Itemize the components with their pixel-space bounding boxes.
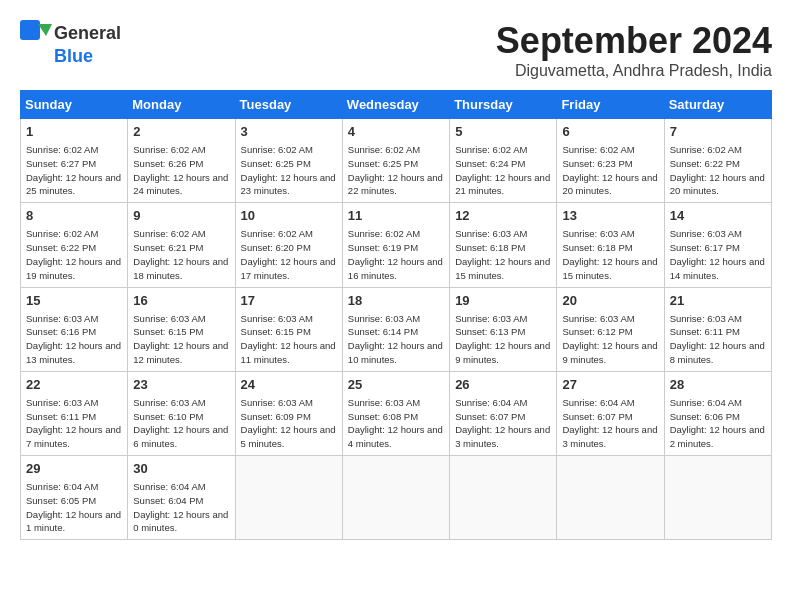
day-number: 6 (562, 123, 658, 141)
weekday-header: Tuesday (235, 91, 342, 119)
weekday-header-row: SundayMondayTuesdayWednesdayThursdayFrid… (21, 91, 772, 119)
day-info: Sunrise: 6:02 AMSunset: 6:25 PMDaylight:… (241, 143, 337, 198)
day-number: 3 (241, 123, 337, 141)
day-number: 28 (670, 376, 766, 394)
month-title: September 2024 (496, 20, 772, 62)
day-info: Sunrise: 6:03 AMSunset: 6:18 PMDaylight:… (562, 227, 658, 282)
svg-rect-0 (20, 20, 40, 40)
day-info: Sunrise: 6:03 AMSunset: 6:13 PMDaylight:… (455, 312, 551, 367)
calendar-day-cell: 12Sunrise: 6:03 AMSunset: 6:18 PMDayligh… (450, 203, 557, 287)
calendar-day-cell: 29Sunrise: 6:04 AMSunset: 6:05 PMDayligh… (21, 456, 128, 540)
day-info: Sunrise: 6:04 AMSunset: 6:07 PMDaylight:… (562, 396, 658, 451)
calendar-day-cell: 9Sunrise: 6:02 AMSunset: 6:21 PMDaylight… (128, 203, 235, 287)
weekday-header: Sunday (21, 91, 128, 119)
day-number: 15 (26, 292, 122, 310)
calendar-day-cell: 13Sunrise: 6:03 AMSunset: 6:18 PMDayligh… (557, 203, 664, 287)
calendar-day-cell: 21Sunrise: 6:03 AMSunset: 6:11 PMDayligh… (664, 287, 771, 371)
day-number: 1 (26, 123, 122, 141)
day-number: 7 (670, 123, 766, 141)
calendar-day-cell: 28Sunrise: 6:04 AMSunset: 6:06 PMDayligh… (664, 371, 771, 455)
svg-marker-1 (38, 24, 52, 36)
day-number: 10 (241, 207, 337, 225)
day-number: 13 (562, 207, 658, 225)
day-number: 12 (455, 207, 551, 225)
weekday-header: Wednesday (342, 91, 449, 119)
calendar-week-row: 8Sunrise: 6:02 AMSunset: 6:22 PMDaylight… (21, 203, 772, 287)
calendar-day-cell: 26Sunrise: 6:04 AMSunset: 6:07 PMDayligh… (450, 371, 557, 455)
calendar-day-cell: 23Sunrise: 6:03 AMSunset: 6:10 PMDayligh… (128, 371, 235, 455)
calendar-day-cell: 11Sunrise: 6:02 AMSunset: 6:19 PMDayligh… (342, 203, 449, 287)
calendar-day-cell: 27Sunrise: 6:04 AMSunset: 6:07 PMDayligh… (557, 371, 664, 455)
day-number: 9 (133, 207, 229, 225)
day-info: Sunrise: 6:04 AMSunset: 6:04 PMDaylight:… (133, 480, 229, 535)
day-info: Sunrise: 6:02 AMSunset: 6:23 PMDaylight:… (562, 143, 658, 198)
calendar-day-cell (664, 456, 771, 540)
calendar-table: SundayMondayTuesdayWednesdayThursdayFrid… (20, 90, 772, 540)
weekday-header: Saturday (664, 91, 771, 119)
page-header: General Blue September 2024 Diguvametta,… (20, 20, 772, 80)
weekday-header: Friday (557, 91, 664, 119)
day-number: 27 (562, 376, 658, 394)
calendar-week-row: 29Sunrise: 6:04 AMSunset: 6:05 PMDayligh… (21, 456, 772, 540)
day-info: Sunrise: 6:02 AMSunset: 6:20 PMDaylight:… (241, 227, 337, 282)
calendar-day-cell: 16Sunrise: 6:03 AMSunset: 6:15 PMDayligh… (128, 287, 235, 371)
day-number: 25 (348, 376, 444, 394)
day-number: 26 (455, 376, 551, 394)
day-number: 24 (241, 376, 337, 394)
day-info: Sunrise: 6:03 AMSunset: 6:11 PMDaylight:… (26, 396, 122, 451)
calendar-day-cell: 8Sunrise: 6:02 AMSunset: 6:22 PMDaylight… (21, 203, 128, 287)
calendar-day-cell: 7Sunrise: 6:02 AMSunset: 6:22 PMDaylight… (664, 119, 771, 203)
logo-blue: Blue (54, 46, 93, 67)
calendar-day-cell: 18Sunrise: 6:03 AMSunset: 6:14 PMDayligh… (342, 287, 449, 371)
calendar-day-cell: 24Sunrise: 6:03 AMSunset: 6:09 PMDayligh… (235, 371, 342, 455)
day-info: Sunrise: 6:02 AMSunset: 6:22 PMDaylight:… (670, 143, 766, 198)
calendar-day-cell (450, 456, 557, 540)
calendar-week-row: 15Sunrise: 6:03 AMSunset: 6:16 PMDayligh… (21, 287, 772, 371)
day-info: Sunrise: 6:03 AMSunset: 6:09 PMDaylight:… (241, 396, 337, 451)
day-number: 14 (670, 207, 766, 225)
day-info: Sunrise: 6:03 AMSunset: 6:15 PMDaylight:… (133, 312, 229, 367)
calendar-day-cell: 25Sunrise: 6:03 AMSunset: 6:08 PMDayligh… (342, 371, 449, 455)
day-info: Sunrise: 6:02 AMSunset: 6:19 PMDaylight:… (348, 227, 444, 282)
weekday-header: Monday (128, 91, 235, 119)
calendar-day-cell: 1Sunrise: 6:02 AMSunset: 6:27 PMDaylight… (21, 119, 128, 203)
day-info: Sunrise: 6:03 AMSunset: 6:08 PMDaylight:… (348, 396, 444, 451)
logo-icon (20, 20, 52, 46)
calendar-day-cell: 4Sunrise: 6:02 AMSunset: 6:25 PMDaylight… (342, 119, 449, 203)
day-info: Sunrise: 6:02 AMSunset: 6:26 PMDaylight:… (133, 143, 229, 198)
weekday-header: Thursday (450, 91, 557, 119)
day-number: 8 (26, 207, 122, 225)
day-info: Sunrise: 6:03 AMSunset: 6:16 PMDaylight:… (26, 312, 122, 367)
day-info: Sunrise: 6:02 AMSunset: 6:22 PMDaylight:… (26, 227, 122, 282)
calendar-day-cell (557, 456, 664, 540)
day-info: Sunrise: 6:03 AMSunset: 6:17 PMDaylight:… (670, 227, 766, 282)
calendar-week-row: 22Sunrise: 6:03 AMSunset: 6:11 PMDayligh… (21, 371, 772, 455)
calendar-day-cell (235, 456, 342, 540)
calendar-day-cell: 3Sunrise: 6:02 AMSunset: 6:25 PMDaylight… (235, 119, 342, 203)
day-number: 2 (133, 123, 229, 141)
day-info: Sunrise: 6:02 AMSunset: 6:24 PMDaylight:… (455, 143, 551, 198)
day-info: Sunrise: 6:03 AMSunset: 6:12 PMDaylight:… (562, 312, 658, 367)
day-number: 16 (133, 292, 229, 310)
calendar-day-cell: 30Sunrise: 6:04 AMSunset: 6:04 PMDayligh… (128, 456, 235, 540)
title-section: September 2024 Diguvametta, Andhra Prade… (496, 20, 772, 80)
day-number: 30 (133, 460, 229, 478)
day-number: 22 (26, 376, 122, 394)
calendar-day-cell: 14Sunrise: 6:03 AMSunset: 6:17 PMDayligh… (664, 203, 771, 287)
calendar-day-cell: 2Sunrise: 6:02 AMSunset: 6:26 PMDaylight… (128, 119, 235, 203)
day-number: 21 (670, 292, 766, 310)
location-title: Diguvametta, Andhra Pradesh, India (496, 62, 772, 80)
calendar-day-cell: 22Sunrise: 6:03 AMSunset: 6:11 PMDayligh… (21, 371, 128, 455)
calendar-day-cell: 5Sunrise: 6:02 AMSunset: 6:24 PMDaylight… (450, 119, 557, 203)
day-number: 4 (348, 123, 444, 141)
day-number: 17 (241, 292, 337, 310)
day-info: Sunrise: 6:04 AMSunset: 6:07 PMDaylight:… (455, 396, 551, 451)
day-info: Sunrise: 6:02 AMSunset: 6:27 PMDaylight:… (26, 143, 122, 198)
day-number: 23 (133, 376, 229, 394)
calendar-day-cell: 15Sunrise: 6:03 AMSunset: 6:16 PMDayligh… (21, 287, 128, 371)
day-info: Sunrise: 6:03 AMSunset: 6:18 PMDaylight:… (455, 227, 551, 282)
day-number: 18 (348, 292, 444, 310)
logo-general: General (54, 23, 121, 44)
day-number: 20 (562, 292, 658, 310)
calendar-day-cell: 6Sunrise: 6:02 AMSunset: 6:23 PMDaylight… (557, 119, 664, 203)
